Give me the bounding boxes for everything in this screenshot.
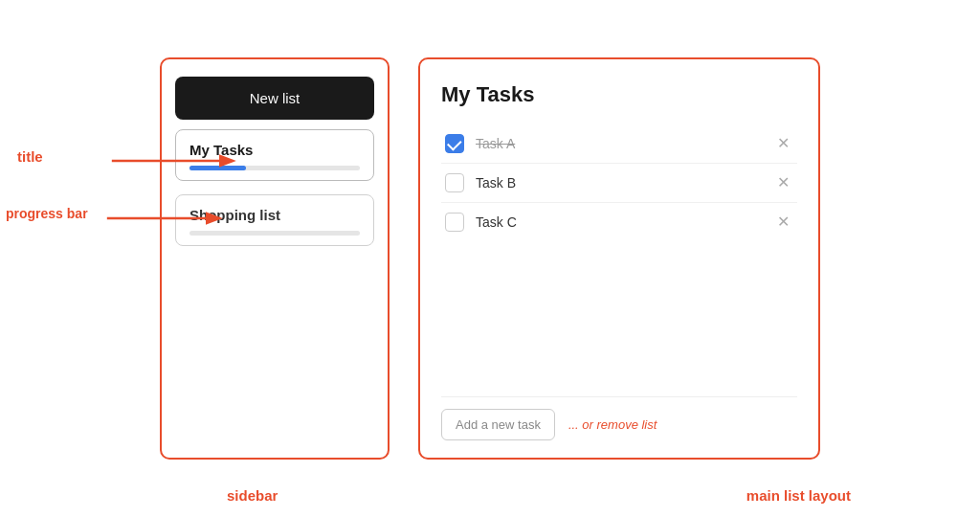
task-c-checkbox[interactable] [445,213,464,232]
task-c-remove-icon[interactable]: ✕ [773,213,793,232]
task-a-checkbox[interactable] [445,134,464,153]
main-list-title: My Tasks [441,82,797,107]
table-row: Task C ✕ [441,203,797,241]
remove-list-link[interactable]: ... or remove list [568,417,657,432]
sidebar-panel: New list My Tasks Shopping list [160,57,390,460]
bottom-bar: Add a new task ... or remove list [441,396,797,440]
annotation-main: main list layout [746,487,851,504]
arrow-progress-icon [105,209,239,228]
table-row: Task B ✕ [441,164,797,203]
page-container: title progress bar New list My Tasks [0,0,980,517]
new-list-button[interactable]: New list [175,77,374,120]
main-panel: My Tasks Task A ✕ Task B ✕ Task C ✕ [418,57,820,460]
table-row: Task A ✕ [441,124,797,164]
annotation-title: title [17,148,43,165]
task-b-label: Task B [476,175,773,191]
task-c-label: Task C [476,214,773,230]
annotation-sidebar: sidebar [227,487,278,504]
task-a-remove-icon[interactable]: ✕ [773,134,793,153]
task-a-label: Task A [476,136,773,151]
task-b-remove-icon[interactable]: ✕ [773,173,793,192]
annotation-progress-bar: progress bar [6,206,88,221]
shopping-progress-track [189,231,360,236]
arrow-title-icon [105,151,249,170]
task-b-checkbox[interactable] [445,173,464,192]
task-list: Task A ✕ Task B ✕ Task C ✕ [441,124,797,381]
add-task-button[interactable]: Add a new task [441,409,555,440]
